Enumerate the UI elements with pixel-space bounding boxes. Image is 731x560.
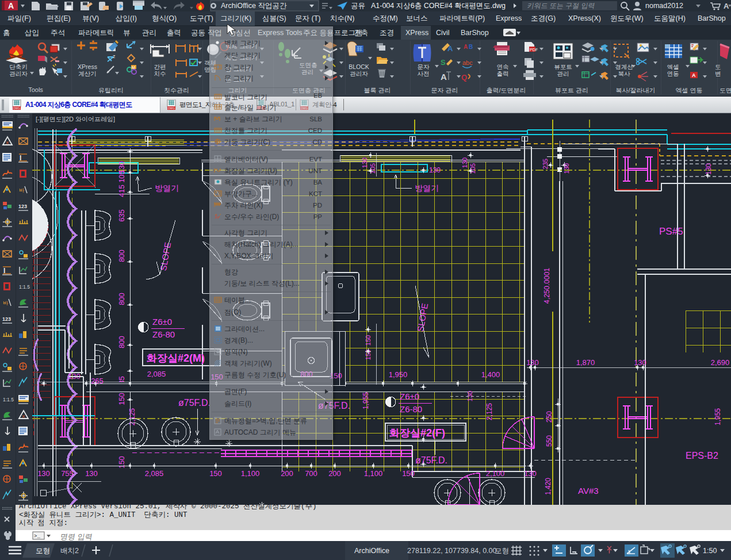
svg-text:130: 130 <box>634 358 646 367</box>
svg-text:구름형 수정 기호(U): 구름형 수정 기호(U) <box>224 371 286 379</box>
svg-text:2,100: 2,100 <box>486 469 505 478</box>
svg-text:곱면(F): 곱면(F) <box>224 388 247 396</box>
svg-text:700: 700 <box>305 469 317 478</box>
svg-text:550: 550 <box>545 435 553 447</box>
svg-text:보 + 슬라브 그리기: 보 + 슬라브 그리기 <box>224 115 282 123</box>
svg-text:DWG: DWG <box>168 106 175 110</box>
svg-text:130: 130 <box>461 158 468 168</box>
svg-text:솔리드(I): 솔리드(I) <box>224 400 251 408</box>
svg-text:A: A <box>441 72 447 82</box>
svg-text:Z6-80: Z6-80 <box>152 329 175 339</box>
svg-text:abc: abc <box>462 59 473 66</box>
svg-text:nomad2012: nomad2012 <box>645 2 683 10</box>
svg-text:1,400: 1,400 <box>481 370 500 379</box>
svg-text:1,100: 1,100 <box>364 469 383 478</box>
svg-text:1:1.5: 1:1.5 <box>3 397 14 402</box>
svg-text:Q: Q <box>461 73 467 82</box>
svg-text:욕실 유니트그리기 (Y): 욕실 유니트그리기 (Y) <box>224 178 293 186</box>
svg-text:바: 바 <box>19 187 25 193</box>
svg-text:모형: 모형 <box>36 547 50 555</box>
svg-text:기둥/보 리스트 작성(L)...: 기둥/보 리스트 작성(L)... <box>224 279 300 287</box>
svg-text:ArchiOffice: ArchiOffice <box>354 547 389 555</box>
svg-text:130: 130 <box>563 163 570 174</box>
svg-text:235: 235 <box>542 159 549 169</box>
svg-text:Z6±0: Z6±0 <box>152 317 172 327</box>
svg-text:경계(B)...: 경계(B)... <box>224 336 253 344</box>
svg-text:123: 123 <box>18 204 27 209</box>
svg-text:130: 130 <box>526 358 539 367</box>
svg-text:130: 130 <box>705 163 713 175</box>
svg-text:800: 800 <box>117 336 126 348</box>
svg-text:PS#5: PS#5 <box>659 226 683 237</box>
svg-text:키워드 또는 구절 입력: 키워드 또는 구절 입력 <box>526 2 595 10</box>
svg-text:Z6±0: Z6±0 <box>400 392 419 401</box>
svg-text:415: 415 <box>117 185 126 197</box>
svg-text:ø75F.D.: ø75F.D. <box>415 455 447 465</box>
svg-text:영역(N): 영역(N) <box>224 348 248 356</box>
svg-text:130: 130 <box>524 469 537 478</box>
svg-text:130: 130 <box>429 166 441 174</box>
svg-text:ø75F.D.: ø75F.D. <box>178 398 211 408</box>
svg-text:1,420: 1,420 <box>544 478 552 495</box>
svg-text:150: 150 <box>365 335 372 346</box>
svg-text:[-][평면도][2D 와이어프레임]: [-][평면도][2D 와이어프레임] <box>36 116 115 122</box>
svg-text:EB: EB <box>313 92 322 99</box>
svg-text:방열기: 방열기 <box>415 183 439 193</box>
svg-text:공유: 공유 <box>351 2 365 10</box>
svg-text:부얌가구...: 부얌가구... <box>224 190 258 198</box>
svg-text:오수/우수 라인(D): 오수/우수 라인(D) <box>224 213 279 221</box>
svg-text:800: 800 <box>117 293 126 305</box>
svg-text:S: S <box>441 58 446 67</box>
svg-text:X: X <box>22 414 25 419</box>
svg-text:4,250.0001: 4,250.0001 <box>543 268 551 304</box>
svg-text:PP: PP <box>313 213 323 220</box>
svg-text:AV#3: AV#3 <box>578 486 599 496</box>
svg-text:EVT: EVT <box>309 156 322 163</box>
svg-text:265: 265 <box>91 377 104 385</box>
svg-text:A: A <box>8 1 14 10</box>
svg-text:천정틀 그리기: 천정틀 그리기 <box>224 126 267 135</box>
svg-text:1,870: 1,870 <box>576 358 595 367</box>
svg-text:방열기: 방열기 <box>155 183 179 193</box>
svg-text:130: 130 <box>85 469 98 478</box>
svg-text:1:50: 1:50 <box>703 547 717 555</box>
svg-text:점(O): 점(O) <box>224 308 241 316</box>
svg-text:CD: CD <box>312 139 322 145</box>
svg-text:형강: 형강 <box>224 268 238 276</box>
svg-text:모형: 모형 <box>495 547 509 555</box>
svg-text:문 그리기: 문 그리기 <box>224 74 254 82</box>
svg-text:M: M <box>132 66 135 70</box>
svg-text:메뉴정렬=>벽,입,단면 분류: 메뉴정렬=>벽,입,단면 분류 <box>224 417 307 425</box>
svg-text:KCT: KCT <box>309 190 322 197</box>
svg-text:A1-004 지상6층 CORE#4 확대평면도.dwg: A1-004 지상6층 CORE#4 확대평면도.dwg <box>371 2 506 10</box>
svg-text:화장실#2(M): 화장실#2(M) <box>147 352 205 364</box>
svg-text:A: A <box>464 44 468 50</box>
svg-text:278119.22, 107739.84, 0.00: 278119.22, 107739.84, 0.00 <box>407 547 497 555</box>
svg-text:ArchiOffice 작업공간: ArchiOffice 작업공간 <box>221 2 287 10</box>
svg-text:z: z <box>113 53 116 59</box>
svg-text:200: 200 <box>281 469 293 478</box>
svg-text:PDF: PDF <box>530 48 538 52</box>
svg-text:화장실 그리기(U): 화장실 그리기(U) <box>224 167 277 175</box>
svg-text:발코니 그리기: 발코니 그리기 <box>224 93 267 101</box>
svg-text:150: 150 <box>117 456 126 469</box>
svg-text:배치2: 배치2 <box>60 547 79 555</box>
svg-text:A: A <box>447 44 453 53</box>
svg-text:2,125: 2,125 <box>485 403 493 420</box>
svg-text:1:1.5: 1:1.5 <box>19 284 30 290</box>
svg-text:DWG: DWG <box>13 106 20 110</box>
svg-text:635: 635 <box>117 209 126 222</box>
svg-text:250: 250 <box>545 411 553 423</box>
svg-text:1,950: 1,950 <box>389 370 408 379</box>
svg-text:123: 123 <box>2 316 11 322</box>
svg-text:해치(Hatch) 그리기(A)...: 해치(Hatch) 그리기(A)... <box>224 240 298 248</box>
svg-text:바: 바 <box>3 300 9 306</box>
svg-text:800: 800 <box>117 250 126 262</box>
svg-text:1,955: 1,955 <box>714 408 722 425</box>
svg-text:줄눈/타일 그리기: 줄눈/타일 그리기 <box>224 103 277 112</box>
svg-text:BA: BA <box>313 179 323 186</box>
svg-text:2,085: 2,085 <box>147 370 166 378</box>
svg-text:130: 130 <box>361 158 368 168</box>
svg-text:755: 755 <box>61 469 74 478</box>
svg-text:150: 150 <box>209 469 222 478</box>
